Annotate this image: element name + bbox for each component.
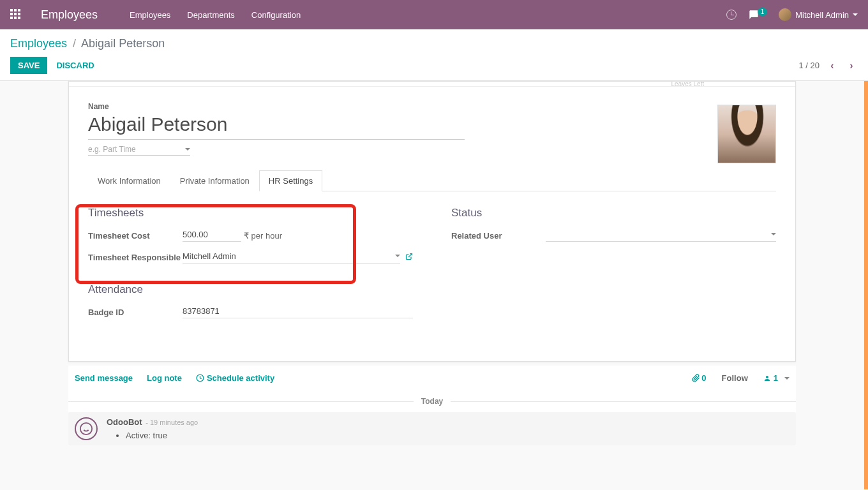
action-row: SAVE DISCARD 1 / 20 ‹ › xyxy=(10,57,858,74)
form-card: Leaves Left Name e.g. Part Time Work Inf… xyxy=(68,81,796,362)
chat-badge-count: 1 xyxy=(758,8,768,16)
pager-prev-icon[interactable]: ‹ xyxy=(826,59,839,72)
chatter: Send message Log note Schedule activity … xyxy=(68,366,796,445)
left-col: Timesheets Timesheet Cost ₹ per hour xyxy=(88,207,413,325)
message-time: - 19 minutes ago xyxy=(146,419,198,426)
tags-placeholder: e.g. Part Time xyxy=(88,145,136,154)
timesheet-cost-input[interactable] xyxy=(183,230,234,239)
external-link-icon[interactable] xyxy=(405,253,413,262)
badge-id-label: Badge ID xyxy=(88,308,183,317)
tags-select[interactable]: e.g. Part Time xyxy=(88,145,190,156)
tab-hr-settings[interactable]: HR Settings xyxy=(259,170,322,191)
badge-id-input[interactable] xyxy=(183,306,413,316)
related-user-label: Related User xyxy=(451,231,546,241)
caret-down-icon xyxy=(853,13,858,16)
employee-photo[interactable] xyxy=(717,105,776,163)
save-button[interactable]: SAVE xyxy=(10,57,47,74)
pager: 1 / 20 ‹ › xyxy=(798,59,858,72)
chatter-toolbar: Send message Log note Schedule activity … xyxy=(68,366,796,390)
hr-settings-grid: Timesheets Timesheet Cost ₹ per hour xyxy=(88,207,776,325)
message-item: OdooBot - 19 minutes ago Active: true xyxy=(68,412,796,445)
pager-next-icon[interactable]: › xyxy=(845,59,858,72)
messages-icon[interactable]: 1 xyxy=(748,10,768,20)
tabs: Work Information Private Information HR … xyxy=(88,170,776,191)
stat-placeholder xyxy=(755,82,757,87)
nav-employees[interactable]: Employees xyxy=(130,10,170,20)
control-panel: Employees / Abigail Peterson SAVE DISCAR… xyxy=(0,29,868,81)
date-separator: Today xyxy=(68,390,796,412)
breadcrumb: Employees / Abigail Peterson xyxy=(10,37,858,50)
message-content: Active: true xyxy=(107,431,789,440)
form-sheet: Leaves Left Name e.g. Part Time Work Inf… xyxy=(68,81,796,489)
timesheet-cost-row: Timesheet Cost ₹ per hour xyxy=(88,227,413,244)
user-menu[interactable]: Mitchell Admin xyxy=(779,8,858,21)
svg-point-2 xyxy=(80,423,92,434)
apps-icon[interactable] xyxy=(10,9,22,20)
timesheet-responsible-row: Timesheet Responsible xyxy=(88,249,413,265)
message-body: OdooBot - 19 minutes ago Active: true xyxy=(107,417,789,440)
related-user-row: Related User xyxy=(451,227,776,244)
follow-button[interactable]: Follow xyxy=(722,373,748,383)
right-col: Status Related User xyxy=(451,207,776,325)
attendance-heading: Attendance xyxy=(88,283,413,296)
caret-down-icon[interactable] xyxy=(771,233,776,235)
log-note-button[interactable]: Log note xyxy=(147,373,182,383)
content-area: Leaves Left Name e.g. Part Time Work Inf… xyxy=(0,81,868,489)
timesheet-cost-label: Timesheet Cost xyxy=(88,231,183,241)
pager-text[interactable]: 1 / 20 xyxy=(798,61,819,70)
caret-down-icon[interactable] xyxy=(395,255,400,257)
timesheet-cost-suffix: ₹ per hour xyxy=(244,231,282,241)
breadcrumb-root[interactable]: Employees xyxy=(10,37,67,50)
message-line: Active: true xyxy=(126,431,789,440)
caret-down-icon xyxy=(784,377,789,380)
nav-departments[interactable]: Departments xyxy=(187,10,234,20)
schedule-activity-label: Schedule activity xyxy=(207,373,274,383)
user-name: Mitchell Admin xyxy=(795,10,849,20)
date-separator-label: Today xyxy=(414,397,451,406)
bot-avatar-icon xyxy=(75,417,98,440)
followers-count: 1 xyxy=(774,373,778,383)
stat-buttons-row: Leaves Left xyxy=(69,82,795,87)
clock-icon[interactable] xyxy=(726,10,737,20)
timesheet-responsible-input[interactable] xyxy=(183,251,391,261)
breadcrumb-sep: / xyxy=(73,37,76,50)
stat-leaves-left[interactable]: Leaves Left xyxy=(671,82,705,87)
timesheets-heading: Timesheets xyxy=(88,207,413,219)
breadcrumb-current: Abigail Peterson xyxy=(81,37,165,50)
tab-private-information[interactable]: Private Information xyxy=(170,170,259,191)
tab-work-information[interactable]: Work Information xyxy=(88,170,170,191)
badge-id-row: Badge ID xyxy=(88,304,413,320)
related-user-input[interactable] xyxy=(546,230,767,239)
nav-right: 1 Mitchell Admin xyxy=(726,8,858,21)
status-heading: Status xyxy=(451,207,776,219)
message-author[interactable]: OdooBot xyxy=(107,417,142,427)
attachments-count: 0 xyxy=(701,373,706,383)
followers-button[interactable]: 1 xyxy=(763,373,789,383)
schedule-activity-button[interactable]: Schedule activity xyxy=(196,373,274,383)
app-brand[interactable]: Employees xyxy=(41,8,98,22)
name-label: Name xyxy=(88,102,776,111)
nav-configuration[interactable]: Configuration xyxy=(251,10,301,20)
send-message-button[interactable]: Send message xyxy=(75,373,133,383)
employee-name-input[interactable] xyxy=(88,112,465,140)
form-body: Name e.g. Part Time Work Information Pri… xyxy=(69,87,795,351)
top-nav: Employees Employees Departments Configur… xyxy=(0,0,868,29)
caret-down-icon xyxy=(185,148,190,151)
svg-line-0 xyxy=(408,253,412,257)
discard-button[interactable]: DISCARD xyxy=(56,61,94,70)
user-avatar-icon xyxy=(779,8,791,21)
attachments-button[interactable]: 0 xyxy=(692,373,706,383)
timesheet-responsible-label: Timesheet Responsible xyxy=(88,253,183,262)
